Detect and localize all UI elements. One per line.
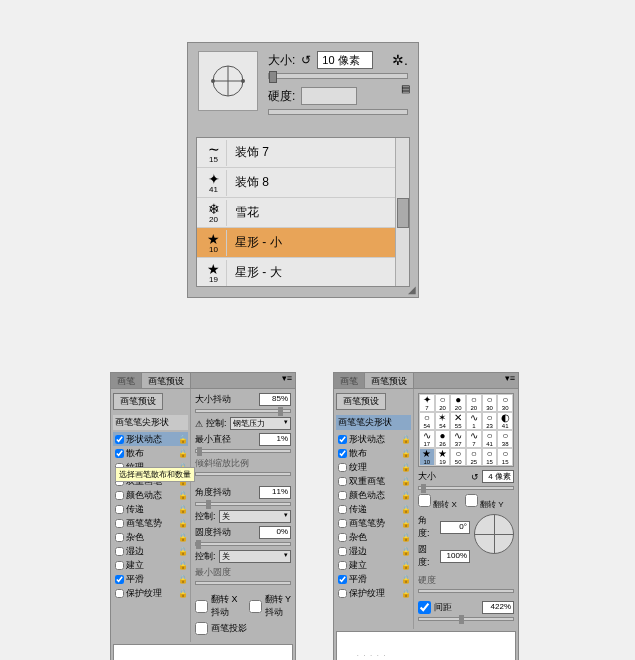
flip-x-checkbox[interactable] — [418, 494, 431, 507]
option-row[interactable]: 平滑🔒 — [113, 572, 188, 586]
angle-wheel[interactable] — [474, 514, 514, 554]
lock-icon[interactable]: 🔒 — [401, 547, 411, 556]
spacing-checkbox[interactable] — [418, 601, 431, 614]
brush-tip-cell[interactable]: ○30 — [497, 394, 513, 412]
tab-brush[interactable]: 画笔 — [111, 373, 142, 388]
option-row[interactable]: 传递🔒 — [336, 502, 411, 516]
brush-tip-cell[interactable]: ∿1 — [466, 412, 482, 430]
angle-jitter-input[interactable]: 11% — [259, 486, 291, 499]
lock-icon[interactable]: 🔒 — [178, 519, 188, 528]
size-input[interactable]: 4 像素 — [482, 470, 514, 483]
brush-presets-button[interactable]: 画笔预设 — [336, 393, 386, 410]
lock-icon[interactable]: 🔒 — [401, 449, 411, 458]
brush-tip-cell[interactable]: ✦7 — [419, 394, 435, 412]
brush-tip-cell[interactable]: ∿7 — [466, 430, 482, 448]
option-row[interactable]: 杂色🔒 — [336, 530, 411, 544]
min-diameter-slider[interactable] — [195, 449, 291, 453]
lock-icon[interactable]: 🔒 — [401, 435, 411, 444]
size-jitter-slider[interactable] — [195, 409, 291, 413]
brush-tip-cell[interactable]: ○38 — [497, 430, 513, 448]
lock-icon[interactable]: 🔒 — [178, 547, 188, 556]
size-slider[interactable] — [268, 73, 408, 79]
brush-tip-cell[interactable]: ○23 — [482, 412, 498, 430]
option-checkbox[interactable] — [338, 561, 347, 570]
option-checkbox[interactable] — [338, 449, 347, 458]
lock-icon[interactable]: 🔒 — [178, 435, 188, 444]
reset-size-icon[interactable]: ↺ — [301, 53, 311, 67]
option-row[interactable]: 保护纹理🔒 — [113, 586, 188, 600]
brush-list[interactable]: ∼15装饰 7✦41装饰 8❄20雪花★10星形 - 小★19星形 - 大 — [196, 137, 410, 287]
lock-icon[interactable]: 🔒 — [178, 589, 188, 598]
brush-tip-cell[interactable]: ○15 — [497, 448, 513, 466]
brush-tip-cell[interactable]: ∿37 — [450, 430, 466, 448]
option-checkbox[interactable] — [115, 589, 124, 598]
min-diameter-input[interactable]: 1% — [259, 433, 291, 446]
round-control-dropdown[interactable]: 关 — [219, 550, 291, 563]
option-row[interactable]: 画笔笔势🔒 — [113, 516, 188, 530]
option-checkbox[interactable] — [338, 491, 347, 500]
brush-list-item[interactable]: ★19星形 - 大 — [197, 258, 409, 287]
roundness-jitter-slider[interactable] — [195, 542, 291, 546]
brush-tip-grid[interactable]: ✦7○20●20○20○30○30○54✶54✕55∿1○23◐41∿17●26… — [418, 393, 514, 467]
brush-list-item[interactable]: ∼15装饰 7 — [197, 138, 409, 168]
option-checkbox[interactable] — [115, 561, 124, 570]
size-input[interactable] — [317, 51, 373, 69]
brush-tip-cell[interactable]: ★19 — [435, 448, 451, 466]
option-checkbox[interactable] — [115, 547, 124, 556]
option-checkbox[interactable] — [115, 505, 124, 514]
lock-icon[interactable]: 🔒 — [401, 533, 411, 542]
brush-projection-checkbox[interactable] — [195, 622, 208, 635]
angle-jitter-slider[interactable] — [195, 502, 291, 506]
lock-icon[interactable]: 🔒 — [401, 589, 411, 598]
brush-tip-cell[interactable]: ○54 — [419, 412, 435, 430]
option-checkbox[interactable] — [115, 519, 124, 528]
brush-tip-cell[interactable]: ○20 — [435, 394, 451, 412]
spacing-slider[interactable] — [418, 617, 514, 621]
lock-icon[interactable]: 🔒 — [401, 463, 411, 472]
option-checkbox[interactable] — [338, 575, 347, 584]
roundness-input[interactable]: 100% — [440, 550, 470, 563]
lock-icon[interactable]: 🔒 — [178, 449, 188, 458]
lock-icon[interactable]: 🔒 — [401, 519, 411, 528]
flip-x-checkbox[interactable] — [195, 600, 208, 613]
option-row[interactable]: 颜色动态🔒 — [113, 488, 188, 502]
brush-tip-cell[interactable]: ◐41 — [497, 412, 513, 430]
option-checkbox[interactable] — [115, 449, 124, 458]
option-checkbox[interactable] — [338, 519, 347, 528]
option-row[interactable]: 画笔笔势🔒 — [336, 516, 411, 530]
resize-grip-icon[interactable]: ◢ — [408, 284, 416, 295]
option-row[interactable]: 纹理🔒 — [336, 460, 411, 474]
option-row[interactable]: 建立🔒 — [113, 558, 188, 572]
brush-list-item[interactable]: ★10星形 - 小 — [197, 228, 409, 258]
tab-brush-presets[interactable]: 画笔预设 — [142, 373, 191, 388]
lock-icon[interactable]: 🔒 — [401, 491, 411, 500]
lock-icon[interactable]: 🔒 — [178, 533, 188, 542]
size-slider[interactable] — [418, 486, 514, 490]
brush-presets-button[interactable]: 画笔预设 — [113, 393, 163, 410]
option-checkbox[interactable] — [338, 463, 347, 472]
angle-control-dropdown[interactable]: 关 — [219, 510, 291, 523]
scrollbar[interactable] — [395, 138, 409, 286]
brush-list-item[interactable]: ❄20雪花 — [197, 198, 409, 228]
flip-y-checkbox[interactable] — [249, 600, 262, 613]
brush-tip-cell[interactable]: ●26 — [435, 430, 451, 448]
lock-icon[interactable]: 🔒 — [178, 505, 188, 514]
option-checkbox[interactable] — [115, 435, 124, 444]
brush-tip-shape-row[interactable]: 画笔笔尖形状 — [336, 415, 411, 430]
brush-tip-cell[interactable]: ○25 — [466, 448, 482, 466]
option-row[interactable]: 形状动态🔒 — [113, 432, 188, 446]
panel-menu-icon[interactable]: ▾≡ — [502, 373, 518, 388]
roundness-jitter-input[interactable]: 0% — [259, 526, 291, 539]
option-row[interactable]: 传递🔒 — [113, 502, 188, 516]
lock-icon[interactable]: 🔒 — [401, 561, 411, 570]
option-row[interactable]: 平滑🔒 — [336, 572, 411, 586]
option-checkbox[interactable] — [338, 547, 347, 556]
brush-tip-cell[interactable]: ○41 — [482, 430, 498, 448]
tab-brush[interactable]: 画笔 — [334, 373, 365, 388]
angle-input[interactable]: 0° — [440, 521, 470, 534]
option-row[interactable]: 建立🔒 — [336, 558, 411, 572]
tab-brush-presets[interactable]: 画笔预设 — [365, 373, 414, 388]
brush-tip-cell[interactable]: ✶54 — [435, 412, 451, 430]
brush-tip-cell[interactable]: ○20 — [466, 394, 482, 412]
option-checkbox[interactable] — [338, 533, 347, 542]
